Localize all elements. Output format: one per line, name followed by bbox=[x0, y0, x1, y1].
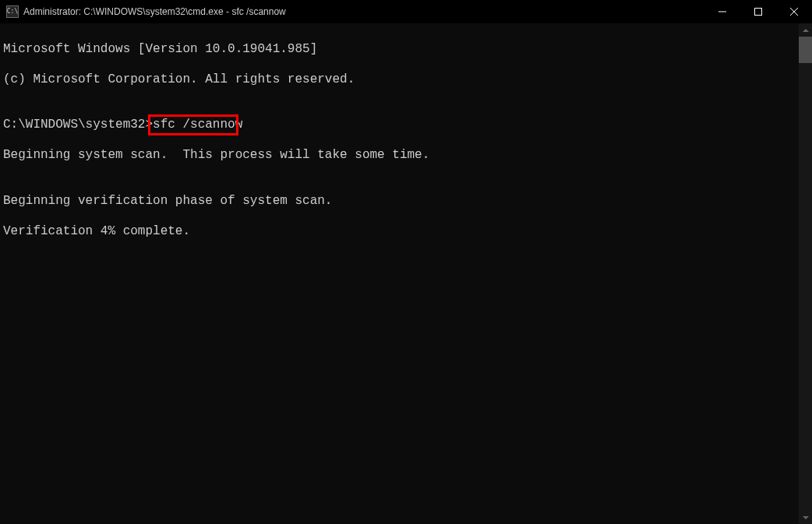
minimize-icon bbox=[718, 8, 726, 16]
output-line: (c) Microsoft Corporation. All rights re… bbox=[3, 72, 796, 88]
prompt-line: C:\WINDOWS\system32>sfc /scannow bbox=[3, 118, 242, 133]
terminal-output[interactable]: Microsoft Windows [Version 10.0.19041.98… bbox=[0, 23, 799, 524]
output-line: Verification 4% complete. bbox=[3, 224, 796, 240]
output-line: Microsoft Windows [Version 10.0.19041.98… bbox=[3, 42, 796, 58]
close-button[interactable] bbox=[776, 0, 812, 23]
output-line: Beginning verification phase of system s… bbox=[3, 194, 796, 209]
scroll-up-button[interactable] bbox=[799, 23, 812, 37]
cmd-window: C:\ Administrator: C:\WINDOWS\system32\c… bbox=[0, 0, 812, 524]
window-title: Administrator: C:\WINDOWS\system32\cmd.e… bbox=[23, 6, 286, 17]
titlebar[interactable]: C:\ Administrator: C:\WINDOWS\system32\c… bbox=[0, 0, 812, 23]
close-icon bbox=[790, 8, 798, 16]
vertical-scrollbar[interactable] bbox=[799, 23, 812, 524]
maximize-button[interactable] bbox=[740, 0, 776, 23]
chevron-up-icon bbox=[803, 29, 809, 32]
prompt-text: C:\WINDOWS\system32> bbox=[3, 118, 153, 132]
output-line: Beginning system scan. This process will… bbox=[3, 148, 796, 164]
window-controls bbox=[704, 0, 812, 23]
scroll-thumb[interactable] bbox=[799, 37, 812, 63]
minimize-button[interactable] bbox=[704, 0, 740, 23]
scroll-down-button[interactable] bbox=[799, 511, 812, 524]
svg-rect-1 bbox=[755, 9, 762, 16]
command-text: sfc /scannow bbox=[153, 118, 242, 132]
client-area: Microsoft Windows [Version 10.0.19041.98… bbox=[0, 23, 812, 524]
cmd-icon: C:\ bbox=[6, 5, 19, 18]
maximize-icon bbox=[754, 8, 762, 16]
chevron-down-icon bbox=[803, 516, 809, 519]
